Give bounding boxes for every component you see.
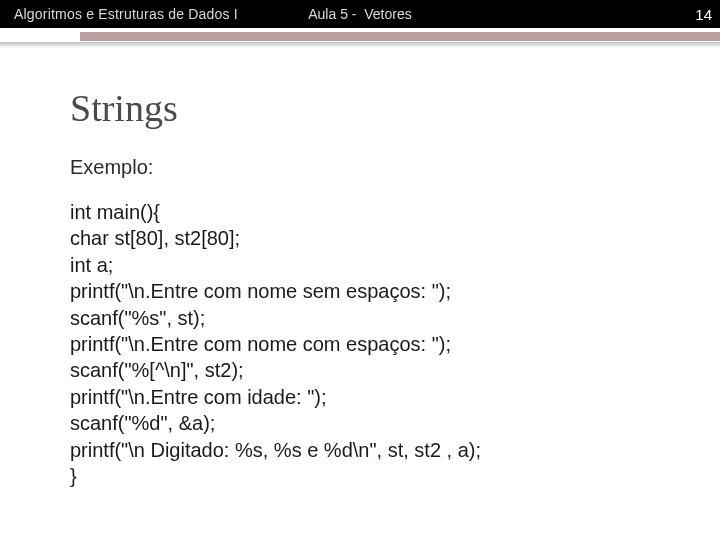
code-line: printf("\n.Entre com idade: "); — [70, 384, 660, 410]
shadow-bar — [0, 42, 720, 48]
accent-zone — [0, 28, 720, 52]
page-number: 14 — [695, 6, 712, 23]
code-block: int main(){ char st[80], st2[80]; int a;… — [70, 199, 660, 489]
code-line: printf("\n Digitado: %s, %s e %d\n", st,… — [70, 437, 660, 463]
example-label: Exemplo: — [70, 156, 660, 179]
code-line: int main(){ — [70, 199, 660, 225]
code-line: scanf("%d", &a); — [70, 410, 660, 436]
accent-bar — [80, 32, 720, 41]
code-line: } — [70, 463, 660, 489]
code-line: scanf("%s", st); — [70, 305, 660, 331]
code-line: char st[80], st2[80]; — [70, 225, 660, 251]
course-label: Algoritmos e Estruturas de Dados I — [0, 6, 238, 22]
code-line: int a; — [70, 252, 660, 278]
lecture-label: Aula 5 - Vetores — [308, 6, 412, 22]
content-area: Strings Exemplo: int main(){ char st[80]… — [0, 52, 720, 489]
header-bar: Algoritmos e Estruturas de Dados I Aula … — [0, 0, 720, 28]
code-line: scanf("%[^\n]", st2); — [70, 357, 660, 383]
page-title: Strings — [70, 86, 660, 130]
slide: Algoritmos e Estruturas de Dados I Aula … — [0, 0, 720, 540]
code-line: printf("\n.Entre com nome com espaços: "… — [70, 331, 660, 357]
code-line: printf("\n.Entre com nome sem espaços: "… — [70, 278, 660, 304]
